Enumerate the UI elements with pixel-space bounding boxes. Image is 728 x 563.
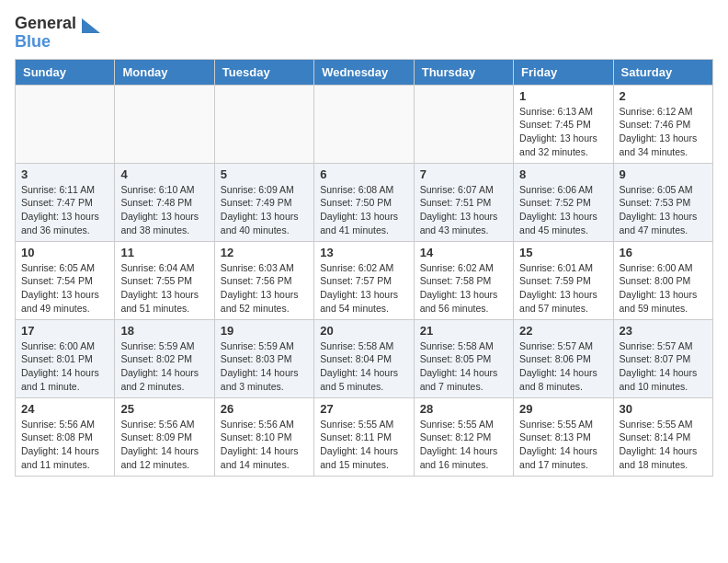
calendar-day-cell: 21Sunrise: 5:58 AMSunset: 8:05 PMDayligh… xyxy=(414,319,513,397)
day-number: 21 xyxy=(420,324,507,338)
day-info: Sunrise: 6:12 AMSunset: 7:46 PMDaylight:… xyxy=(620,105,707,159)
day-number: 1 xyxy=(519,89,607,103)
calendar-day-cell: 18Sunrise: 5:59 AMSunset: 8:02 PMDayligh… xyxy=(115,319,214,397)
page-header: General Blue xyxy=(15,15,713,52)
logo-icon xyxy=(78,18,100,48)
calendar-day-cell: 7Sunrise: 6:07 AMSunset: 7:51 PMDaylight… xyxy=(414,163,513,241)
day-number: 25 xyxy=(120,402,208,416)
calendar-week-row: 1Sunrise: 6:13 AMSunset: 7:45 PMDaylight… xyxy=(16,85,713,163)
calendar-day-cell xyxy=(414,85,513,163)
calendar-day-cell: 5Sunrise: 6:09 AMSunset: 7:49 PMDaylight… xyxy=(214,163,313,241)
calendar-day-cell: 4Sunrise: 6:10 AMSunset: 7:48 PMDaylight… xyxy=(115,163,214,241)
calendar-day-cell: 25Sunrise: 5:56 AMSunset: 8:09 PMDayligh… xyxy=(115,397,214,476)
day-info: Sunrise: 6:05 AMSunset: 7:54 PMDaylight:… xyxy=(21,261,108,316)
day-info: Sunrise: 6:13 AMSunset: 7:45 PMDaylight:… xyxy=(519,105,607,159)
day-number: 10 xyxy=(21,246,108,259)
weekday-header-tuesday: Tuesday xyxy=(214,59,313,85)
calendar-day-cell: 6Sunrise: 6:08 AMSunset: 7:50 PMDaylight… xyxy=(314,163,414,241)
day-number: 28 xyxy=(420,402,507,416)
day-info: Sunrise: 5:59 AMSunset: 8:02 PMDaylight:… xyxy=(120,339,208,394)
day-info: Sunrise: 5:56 AMSunset: 8:10 PMDaylight:… xyxy=(221,418,308,472)
day-number: 15 xyxy=(519,246,607,259)
day-number: 7 xyxy=(420,167,507,181)
day-number: 14 xyxy=(420,246,507,259)
calendar-day-cell: 20Sunrise: 5:58 AMSunset: 8:04 PMDayligh… xyxy=(314,319,414,397)
calendar-day-cell: 13Sunrise: 6:02 AMSunset: 7:57 PMDayligh… xyxy=(314,241,414,319)
day-info: Sunrise: 6:02 AMSunset: 7:58 PMDaylight:… xyxy=(420,261,507,316)
calendar-week-row: 3Sunrise: 6:11 AMSunset: 7:47 PMDaylight… xyxy=(16,163,713,241)
calendar-day-cell: 12Sunrise: 6:03 AMSunset: 7:56 PMDayligh… xyxy=(214,241,313,319)
calendar-day-cell: 16Sunrise: 6:00 AMSunset: 8:00 PMDayligh… xyxy=(613,241,712,319)
day-number: 6 xyxy=(320,167,407,181)
day-number: 18 xyxy=(120,324,208,338)
calendar-day-cell: 10Sunrise: 6:05 AMSunset: 7:54 PMDayligh… xyxy=(16,241,115,319)
day-info: Sunrise: 5:55 AMSunset: 8:14 PMDaylight:… xyxy=(620,418,707,472)
day-number: 8 xyxy=(519,167,607,181)
calendar-day-cell: 22Sunrise: 5:57 AMSunset: 8:06 PMDayligh… xyxy=(514,319,613,397)
day-info: Sunrise: 6:03 AMSunset: 7:56 PMDaylight:… xyxy=(221,261,308,316)
day-number: 17 xyxy=(21,324,108,338)
day-info: Sunrise: 6:02 AMSunset: 7:57 PMDaylight:… xyxy=(320,261,407,316)
calendar-table: SundayMondayTuesdayWednesdayThursdayFrid… xyxy=(15,59,713,477)
day-number: 13 xyxy=(320,246,407,259)
calendar-day-cell: 19Sunrise: 5:59 AMSunset: 8:03 PMDayligh… xyxy=(214,319,313,397)
calendar-day-cell xyxy=(214,85,313,163)
day-info: Sunrise: 5:56 AMSunset: 8:08 PMDaylight:… xyxy=(21,418,108,472)
day-info: Sunrise: 6:00 AMSunset: 8:01 PMDaylight:… xyxy=(21,339,108,394)
weekday-header-saturday: Saturday xyxy=(613,59,712,85)
calendar-week-row: 10Sunrise: 6:05 AMSunset: 7:54 PMDayligh… xyxy=(16,241,713,319)
calendar-day-cell: 2Sunrise: 6:12 AMSunset: 7:46 PMDaylight… xyxy=(613,85,712,163)
day-number: 3 xyxy=(21,167,108,181)
logo-blue: Blue xyxy=(15,32,51,51)
calendar-day-cell: 9Sunrise: 6:05 AMSunset: 7:53 PMDaylight… xyxy=(613,163,712,241)
calendar-day-cell xyxy=(314,85,414,163)
day-number: 19 xyxy=(221,324,308,338)
day-number: 5 xyxy=(221,167,308,181)
day-info: Sunrise: 6:11 AMSunset: 7:47 PMDaylight:… xyxy=(21,183,108,237)
calendar-day-cell: 30Sunrise: 5:55 AMSunset: 8:14 PMDayligh… xyxy=(613,397,712,476)
day-info: Sunrise: 5:57 AMSunset: 8:06 PMDaylight:… xyxy=(519,339,607,394)
day-info: Sunrise: 6:07 AMSunset: 7:51 PMDaylight:… xyxy=(420,183,507,237)
day-number: 23 xyxy=(620,324,707,338)
weekday-header-thursday: Thursday xyxy=(414,59,513,85)
day-info: Sunrise: 6:00 AMSunset: 8:00 PMDaylight:… xyxy=(620,261,707,316)
day-number: 29 xyxy=(519,402,607,416)
day-info: Sunrise: 5:55 AMSunset: 8:13 PMDaylight:… xyxy=(519,418,607,472)
calendar-day-cell: 8Sunrise: 6:06 AMSunset: 7:52 PMDaylight… xyxy=(514,163,613,241)
day-number: 20 xyxy=(320,324,407,338)
calendar-day-cell: 27Sunrise: 5:55 AMSunset: 8:11 PMDayligh… xyxy=(314,397,414,476)
day-info: Sunrise: 5:55 AMSunset: 8:11 PMDaylight:… xyxy=(320,418,407,472)
day-info: Sunrise: 6:09 AMSunset: 7:49 PMDaylight:… xyxy=(221,183,308,237)
calendar-week-row: 17Sunrise: 6:00 AMSunset: 8:01 PMDayligh… xyxy=(16,319,713,397)
day-info: Sunrise: 6:10 AMSunset: 7:48 PMDaylight:… xyxy=(120,183,208,237)
day-info: Sunrise: 5:59 AMSunset: 8:03 PMDaylight:… xyxy=(221,339,308,394)
weekday-header-friday: Friday xyxy=(514,59,613,85)
day-number: 4 xyxy=(120,167,208,181)
svg-marker-0 xyxy=(82,18,100,33)
day-number: 24 xyxy=(21,402,108,416)
day-info: Sunrise: 6:01 AMSunset: 7:59 PMDaylight:… xyxy=(519,261,607,316)
day-info: Sunrise: 6:05 AMSunset: 7:53 PMDaylight:… xyxy=(620,183,707,237)
calendar-day-cell: 11Sunrise: 6:04 AMSunset: 7:55 PMDayligh… xyxy=(115,241,214,319)
calendar-day-cell: 14Sunrise: 6:02 AMSunset: 7:58 PMDayligh… xyxy=(414,241,513,319)
day-info: Sunrise: 6:08 AMSunset: 7:50 PMDaylight:… xyxy=(320,183,407,237)
day-number: 12 xyxy=(221,246,308,259)
day-number: 2 xyxy=(620,89,707,103)
weekday-header-monday: Monday xyxy=(115,59,214,85)
calendar-day-cell: 28Sunrise: 5:55 AMSunset: 8:12 PMDayligh… xyxy=(414,397,513,476)
calendar-day-cell: 26Sunrise: 5:56 AMSunset: 8:10 PMDayligh… xyxy=(214,397,313,476)
calendar-day-cell: 1Sunrise: 6:13 AMSunset: 7:45 PMDaylight… xyxy=(514,85,613,163)
day-number: 30 xyxy=(620,402,707,416)
calendar-day-cell: 24Sunrise: 5:56 AMSunset: 8:08 PMDayligh… xyxy=(16,397,115,476)
weekday-header-wednesday: Wednesday xyxy=(314,59,414,85)
calendar-week-row: 24Sunrise: 5:56 AMSunset: 8:08 PMDayligh… xyxy=(16,397,713,476)
day-info: Sunrise: 5:57 AMSunset: 8:07 PMDaylight:… xyxy=(620,339,707,394)
calendar-day-cell: 17Sunrise: 6:00 AMSunset: 8:01 PMDayligh… xyxy=(16,319,115,397)
calendar-day-cell xyxy=(115,85,214,163)
day-number: 26 xyxy=(221,402,308,416)
day-number: 22 xyxy=(519,324,607,338)
day-info: Sunrise: 5:58 AMSunset: 8:04 PMDaylight:… xyxy=(320,339,407,394)
calendar-day-cell: 3Sunrise: 6:11 AMSunset: 7:47 PMDaylight… xyxy=(16,163,115,241)
day-info: Sunrise: 5:56 AMSunset: 8:09 PMDaylight:… xyxy=(120,418,208,472)
weekday-header-row: SundayMondayTuesdayWednesdayThursdayFrid… xyxy=(16,59,713,85)
